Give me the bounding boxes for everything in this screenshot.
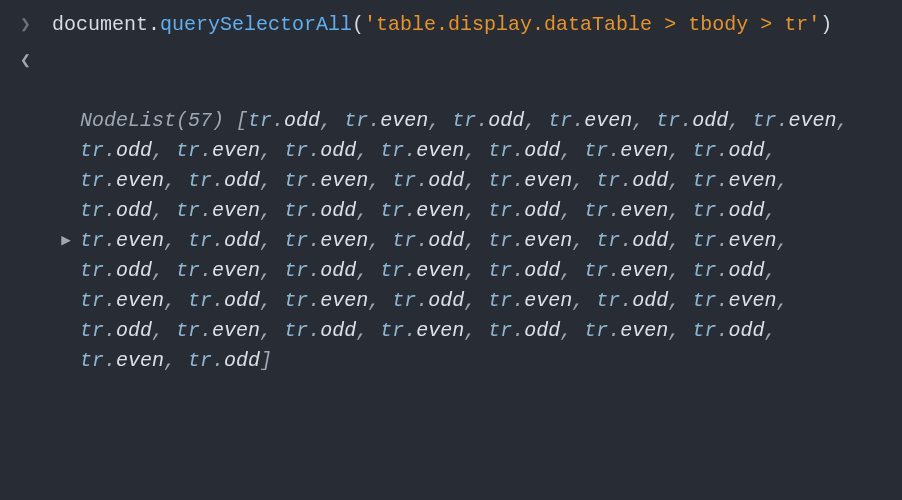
console-output-row: ❮ ▶ NodeList(57) [tr.odd, tr.even, tr.od… (20, 46, 882, 436)
input-prompt-icon: ❯ (20, 10, 52, 39)
console-output[interactable]: ▶ NodeList(57) [tr.odd, tr.even, tr.odd,… (52, 46, 882, 436)
expand-icon[interactable]: ▶ (52, 229, 80, 253)
console-input[interactable]: document.querySelectorAll('table.display… (52, 10, 882, 40)
output-prompt-icon: ❮ (20, 46, 52, 75)
console-input-row: ❯ document.querySelectorAll('table.displ… (20, 10, 882, 40)
nodelist-output: NodeList(57) [tr.odd, tr.even, tr.odd, t… (80, 106, 882, 376)
